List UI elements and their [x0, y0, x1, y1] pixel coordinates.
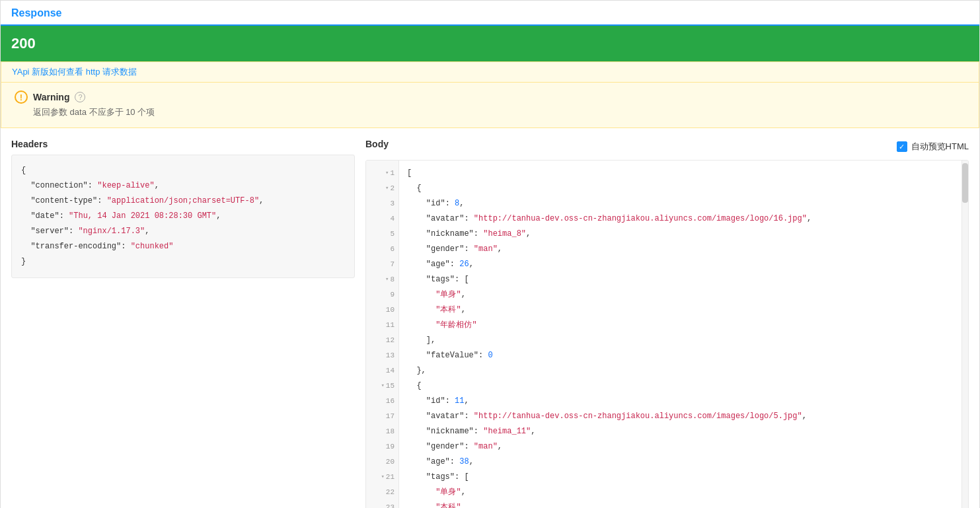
jl-14: }, — [407, 363, 954, 379]
jl-1: [ — [407, 166, 954, 181]
jl-4: "avatar": "http://tanhua-dev.oss-cn-zhan… — [407, 211, 954, 227]
fold-2[interactable]: ▾ — [385, 183, 389, 194]
fold-21[interactable]: ▾ — [381, 472, 384, 482]
response-header: Response — [1, 1, 979, 26]
warning-message: 返回参数 data 不应多于 10 个项 — [15, 106, 965, 118]
jl-23: "本科", — [407, 500, 954, 508]
yapi-link[interactable]: YApi 新版如何查看 http 请求数据 — [12, 67, 137, 77]
status-bar: 200 — [1, 26, 979, 61]
header-line-4: "server": "nginx/1.17.3", — [21, 224, 345, 239]
ln-21: ▾21 — [366, 470, 398, 485]
ln-20: 20 — [366, 454, 398, 470]
ln-1: ▾1 — [366, 166, 398, 181]
auto-preview-checkbox[interactable]: ✓ — [897, 141, 907, 152]
jl-7: "age": 26, — [407, 257, 954, 272]
yapi-link-bar: YApi 新版如何查看 http 请求数据 — [1, 61, 979, 83]
jl-18: "nickname": "heima_11", — [407, 424, 954, 439]
response-title[interactable]: Response — [11, 7, 61, 26]
ln-23: 23 — [366, 500, 398, 508]
ln-7: 7 — [366, 257, 398, 272]
headers-panel: Headers { "connection": "keep-alive", "c… — [11, 139, 355, 508]
main-content: Headers { "connection": "keep-alive", "c… — [1, 128, 979, 508]
body-code-area[interactable]: ▾1 ▾2 3 4 5 6 7 ▾8 9 10 11 12 13 14 — [365, 160, 969, 508]
ln-10: 10 — [366, 303, 398, 318]
ln-22: 22 — [366, 485, 398, 500]
jl-12: ], — [407, 333, 954, 348]
jl-9: "单身", — [407, 287, 954, 303]
ln-12: 12 — [366, 333, 398, 348]
jl-6: "gender": "man", — [407, 242, 954, 257]
ln-8: ▾8 — [366, 272, 398, 287]
ln-3: 3 — [366, 196, 398, 211]
warning-label: Warning — [33, 92, 69, 102]
warning-help-icon[interactable]: ? — [75, 92, 85, 102]
status-code: 200 — [11, 35, 36, 52]
warning-title-row: ! Warning ? — [15, 91, 965, 104]
body-panel: Body ✓ 自动预览HTML ▾1 ▾2 3 4 5 6 7 — [365, 139, 969, 508]
ln-18: 18 — [366, 424, 398, 439]
jl-2: { — [407, 181, 954, 196]
line-numbers: ▾1 ▾2 3 4 5 6 7 ▾8 9 10 11 12 13 14 — [366, 161, 399, 508]
jl-21: "tags": [ — [407, 470, 954, 485]
fold-8[interactable]: ▾ — [385, 274, 389, 285]
jl-8: "tags": [ — [407, 272, 954, 287]
jl-3: "id": 8, — [407, 196, 954, 211]
header-line-1: "connection": "keep-alive", — [21, 178, 345, 194]
jl-13: "fateValue": 0 — [407, 348, 954, 363]
ln-13: 13 — [366, 348, 398, 363]
ln-4: 4 — [366, 211, 398, 227]
json-scrollbar[interactable] — [961, 161, 968, 508]
fold-1[interactable]: ▾ — [385, 168, 389, 178]
ln-2: ▾2 — [366, 181, 398, 196]
header-line-2: "content-type": "application/json;charse… — [21, 194, 345, 209]
ln-11: 11 — [366, 318, 398, 333]
jl-22: "单身", — [407, 485, 954, 500]
body-panel-header: Body ✓ 自动预览HTML — [365, 139, 969, 155]
ln-17: 17 — [366, 409, 398, 424]
header-line-6: } — [21, 254, 345, 270]
ln-16: 16 — [366, 394, 398, 409]
jl-11: "年龄相仿" — [407, 318, 954, 333]
jl-16: "id": 11, — [407, 394, 954, 409]
jl-17: "avatar": "http://tanhua-dev.oss-cn-zhan… — [407, 409, 954, 424]
jl-19: "gender": "man", — [407, 439, 954, 454]
headers-panel-title: Headers — [11, 139, 355, 149]
json-content: [ { "id": 8, "avatar": "http://tanhua-de… — [399, 161, 961, 508]
ln-9: 9 — [366, 287, 398, 303]
warning-exclamation-icon: ! — [15, 91, 28, 104]
page-container: Response 200 YApi 新版如何查看 http 请求数据 ! War… — [0, 0, 980, 508]
ln-14: 14 — [366, 363, 398, 379]
body-panel-title: Body — [365, 139, 389, 149]
ln-15: ▾15 — [366, 379, 398, 394]
jl-15: { — [407, 379, 954, 394]
auto-preview-label: ✓ 自动预览HTML — [897, 141, 969, 153]
auto-preview-text: 自动预览HTML — [911, 141, 969, 153]
jl-5: "nickname": "heima_8", — [407, 227, 954, 242]
header-line-3: "date": "Thu, 14 Jan 2021 08:28:30 GMT", — [21, 209, 345, 224]
header-line-0: { — [21, 163, 345, 178]
jl-10: "本科", — [407, 303, 954, 318]
ln-5: 5 — [366, 227, 398, 242]
scrollbar-thumb[interactable] — [962, 163, 968, 203]
ln-6: 6 — [366, 242, 398, 257]
json-lines-container: ▾1 ▾2 3 4 5 6 7 ▾8 9 10 11 12 13 14 — [366, 161, 968, 508]
headers-code-block: { "connection": "keep-alive", "content-t… — [11, 155, 355, 278]
header-line-5: "transfer-encoding": "chunked" — [21, 239, 345, 254]
warning-box: ! Warning ? 返回参数 data 不应多于 10 个项 — [1, 83, 979, 128]
ln-19: 19 — [366, 439, 398, 454]
fold-15[interactable]: ▾ — [381, 381, 384, 391]
jl-20: "age": 38, — [407, 454, 954, 470]
